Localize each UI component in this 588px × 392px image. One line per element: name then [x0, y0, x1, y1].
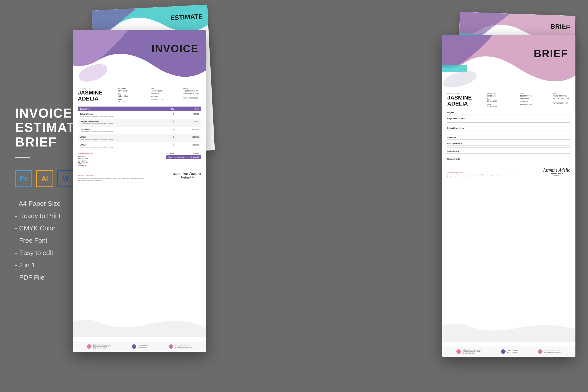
- feature-pdf: - PDF File: [15, 274, 75, 281]
- brief-to-section: INVOICE TO JASMINEADELIA Account No. 987…: [447, 93, 570, 108]
- feature-edit: - Easy to edit: [15, 249, 75, 257]
- brief-field-line: [447, 153, 570, 154]
- brief-field-lines-style: [447, 153, 570, 155]
- footer-phone-text: +6325 3729400+8293 3484707: [138, 345, 148, 348]
- brief-footer-address-text: 1183 th Street, Yellowknife,Northwest Te…: [462, 349, 480, 354]
- brief-signature-section: Jasmine Adelia Jasmine Adelia Manager: [543, 168, 570, 176]
- cost-3: $ 1000,00: [176, 127, 201, 134]
- brief-field-line: [447, 145, 570, 146]
- feature-paper: - A4 Paper Size: [15, 200, 75, 208]
- brief-web-icon: 🌐: [538, 349, 543, 354]
- brief-from-address: 1183 th Street,Yellowknife,NorthwestTerr…: [520, 94, 537, 106]
- brief-terms-title: Term & Condition: [447, 171, 515, 173]
- total-value: $ 4300,00: [191, 156, 199, 158]
- brief-header: BRIEF: [442, 35, 575, 90]
- brief-terms-section: Term & Condition Lorem ipsum dolor sit a…: [447, 171, 515, 178]
- brief-document: BRIEF INVOICE TO JASMINEADELIA Account N…: [442, 35, 575, 357]
- app-icons: Ps Ai W: [15, 170, 75, 187]
- brief-field-line: [447, 147, 570, 148]
- brief-location-icon: 📍: [456, 349, 461, 354]
- sidebar-divider: [15, 157, 30, 158]
- brief-field-line: [447, 124, 570, 124]
- cost-2: $ 500,00: [176, 119, 201, 127]
- brief-field-label-concept: Concept Design: [447, 142, 570, 144]
- brief-field-line: [447, 122, 570, 123]
- brief-field-line: [447, 132, 570, 132]
- brief-field-line: [447, 155, 570, 155]
- brief-from-meta: From 1183 th Street,Yellowknife,Northwes…: [520, 93, 537, 106]
- brief-field-label-objectives: Project Objectives: [447, 127, 570, 129]
- website-value: www.company.com: [183, 96, 201, 99]
- footer-phone: 📞 +6325 3729400+8293 3484707: [132, 344, 148, 349]
- qty-4: 2: [161, 134, 176, 142]
- invoice-document: INVOICE INVOICE TO JASMINEADELIA Account…: [73, 30, 206, 352]
- features-list: - A4 Paper Size - Ready to Print - CMYK …: [15, 200, 75, 286]
- phone-icon: 📞: [132, 344, 136, 349]
- brief-field-description: Project Description: [447, 117, 570, 124]
- sidebar-title: INVOICEESTIMATEBRIEF: [15, 106, 75, 149]
- brief-phone-meta: Phone + 6262 283670 28+ 877263 836714B0 …: [553, 93, 570, 105]
- brief-phone-icon: 📞: [501, 349, 506, 354]
- brief-field-style: Style Guides: [447, 150, 570, 155]
- item-2: Design & Development Lorem ipsum is simp…: [78, 119, 161, 127]
- brief-field-label-requirements: Requirements: [447, 158, 570, 160]
- item-desc-5: Lorem ipsum is simply dummy text of the …: [80, 146, 159, 148]
- brief-field-label-statement: Statement: [447, 136, 570, 139]
- brief-account-no: 98765.4321: [487, 94, 505, 97]
- item-name-1: Editorial Design: [80, 113, 159, 115]
- item-1: Editorial Design Lorem ipsum is simply d…: [78, 111, 161, 119]
- signature-name: Jasmine Adelia: [173, 176, 201, 178]
- table-row: Finalization Lorem ipsum is simply dummy…: [78, 127, 201, 134]
- terms-section: Term & Condition Lorem ipsum dolor sit a…: [78, 174, 146, 181]
- totals-section: Sub Total $ 4000,00 Total (Include Tax) …: [166, 153, 201, 159]
- brief-field-line: [447, 115, 570, 115]
- brief-field-objectives: Project Objectives: [447, 127, 570, 134]
- date-value: 18 Dec 2018: [118, 95, 135, 97]
- brief-field-concept: Concept Design: [447, 142, 570, 148]
- brief-fields: Project Project Description Project Obje…: [447, 112, 570, 163]
- brief-signature-role: Manager: [543, 175, 570, 176]
- qty-1: 2: [161, 111, 176, 119]
- footer-address-text: 1183 th Street, Yellowknife,Northwest Te…: [93, 344, 111, 349]
- brief-field-line: [447, 139, 570, 140]
- account-no: 98765.4321: [118, 89, 135, 92]
- invoice-client-name: JASMINEADELIA: [78, 90, 103, 102]
- subtotal-label: Sub Total: [166, 153, 174, 154]
- feature-color: - CMYK Color: [15, 224, 75, 232]
- invoice-footer: 📍 1183 th Street, Yellowknife,Northwest …: [73, 341, 206, 352]
- brief-footer-address: 📍 1183 th Street, Yellowknife,Northwest …: [456, 349, 480, 354]
- brief-footer-phone: 📞 +6325 3729400+8293 3484707: [501, 349, 518, 354]
- subtotal-value: $ 4000,00: [193, 153, 201, 154]
- invoice-table: Description Qty Cost Editorial Design Lo…: [78, 107, 201, 150]
- table-row: Editorial Design Lorem ipsum is simply d…: [78, 111, 201, 119]
- phone-meta: Phone + 6262 283670 28+ 877263 836714B0 …: [183, 88, 201, 100]
- qty-5: 2: [161, 142, 176, 150]
- brief-field-label-style: Style Guides: [447, 150, 570, 152]
- signature-role: Manager: [173, 178, 201, 179]
- feature-font: - Free Font: [15, 237, 75, 244]
- table-row: UI / UX Lorem ipsum is simply dummy text…: [78, 134, 201, 142]
- brief-footer-web-text: www.yourbusiness.comyourbusiness@gmail.c…: [544, 350, 561, 353]
- item-3: Finalization Lorem ipsum is simply dummy…: [78, 127, 161, 134]
- item-desc-2: Lorem ipsum is simply dummy text of the …: [80, 123, 159, 125]
- brief-phone-value: + 6262 283670 28+ 877263 836714B0: [553, 94, 570, 100]
- word-icon: W: [57, 170, 74, 187]
- qty-3: 1: [161, 127, 176, 134]
- photoshop-icon: Ps: [15, 170, 32, 187]
- brief-field-line: [447, 161, 570, 161]
- brief-field-label-description: Project Description: [447, 117, 570, 120]
- brief-title-back: BRIEF: [550, 23, 570, 31]
- qty-2: 1: [161, 119, 176, 127]
- col-qty: Qty: [161, 107, 176, 111]
- cost-1: $ 800,00: [176, 111, 201, 119]
- invoice-header: INVOICE: [73, 30, 206, 85]
- feature-3in1: - 3 in 1: [15, 261, 75, 269]
- brief-field-lines-requirements: [447, 161, 570, 163]
- brief-field-line: [447, 121, 570, 121]
- invoice-body: INVOICE TO JASMINEADELIA Account No. 987…: [73, 85, 206, 184]
- brief-field-line: [447, 163, 570, 163]
- terms-text: Lorem ipsum dolor sit amet, consectetur …: [78, 177, 146, 181]
- brief-field-lines-description: [447, 121, 570, 124]
- brief-field-statement: Statement: [447, 136, 570, 140]
- brief-bottom-wave: [442, 322, 575, 342]
